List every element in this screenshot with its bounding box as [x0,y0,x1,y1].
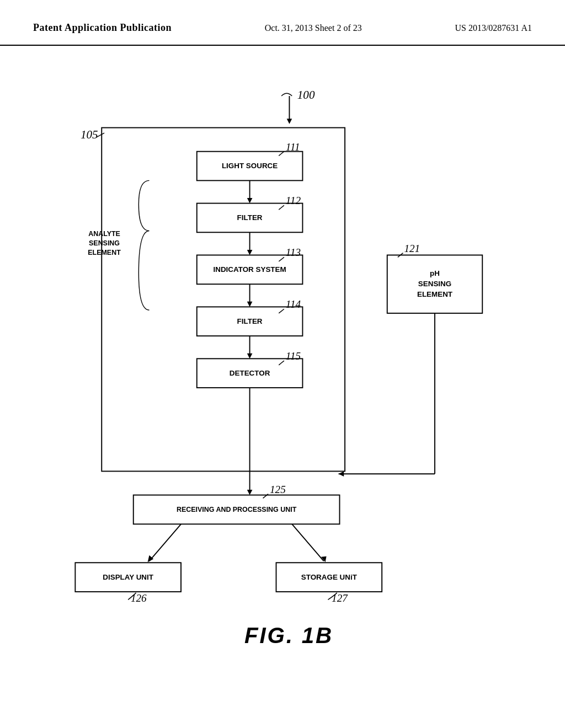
ph-sensing-text3: ELEMENT [417,290,453,298]
ref-125-label: 125 [270,484,286,495]
display-unit-text: DISPLAY UNIT [103,573,153,581]
figure-label: FIG. 1B [244,623,333,648]
page-header: Patent Application Publication Oct. 31, … [0,0,565,46]
ph-sensing-text1: pH [430,269,440,277]
diagram-area: 100 105 ANALYTE SENSING ELEMENT LIGHT SO… [0,46,565,680]
receiving-processing-text: RECEIVING AND PROCESSING UNIT [177,506,297,513]
ref-115-label: 115 [286,350,301,362]
patent-number-label: US 2013/0287631 A1 [455,23,532,33]
svg-marker-14 [247,354,253,359]
svg-marker-21 [247,490,253,495]
date-sheet-label: Oct. 31, 2013 Sheet 2 of 23 [265,23,362,33]
ref-113-label: 113 [286,247,301,258]
detector-text: DETECTOR [230,369,270,377]
analyte-sensing-label3: ELEMENT [88,249,121,257]
svg-marker-1 [287,119,292,124]
ref-112-label: 112 [286,195,301,207]
ref-100-label: 100 [297,88,315,101]
svg-line-26 [292,524,324,561]
ref-127-label: 127 [332,592,348,604]
filter2-text: FILTER [237,317,263,325]
indicator-system-text: INDICATOR SYSTEM [214,265,286,274]
svg-marker-19 [339,471,344,477]
diagram-svg: 100 105 ANALYTE SENSING ELEMENT LIGHT SO… [0,46,565,680]
storage-unit-text: STORAGE UNiT [301,573,358,581]
publication-label: Patent Application Publication [33,22,172,34]
ph-sensing-text2: SENSING [418,280,451,288]
ref-114-label: 114 [286,298,301,310]
svg-marker-25 [148,555,154,562]
svg-marker-8 [247,250,253,255]
analyte-sensing-label: ANALYTE [88,230,120,238]
filter1-text: FILTER [237,213,263,222]
light-source-text: LIGHT SOURCE [222,162,278,170]
svg-marker-11 [247,302,253,307]
ref-111-label: 111 [286,141,300,153]
analyte-sensing-label2: SENSING [89,239,120,247]
ref-105-label: 105 [81,128,98,141]
ref-126-label: 126 [131,592,147,604]
svg-marker-5 [247,198,253,204]
svg-line-24 [150,524,182,561]
ref-121-label: 121 [404,243,420,254]
